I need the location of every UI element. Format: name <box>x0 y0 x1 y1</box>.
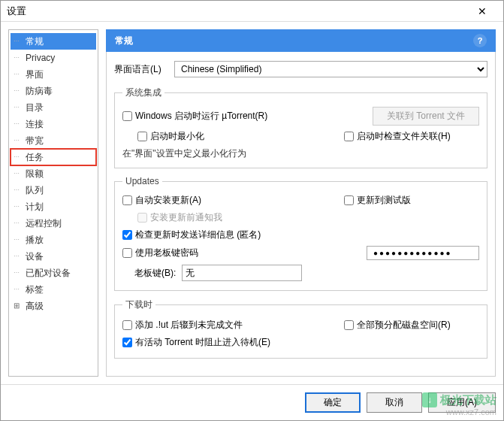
system-integration-group: 系统集成 Windows 启动时运行 µTorrent(R) 关联到 Torre… <box>114 86 487 168</box>
updates-group: Updates 自动安装更新(A) 更新到测试版 安装更新前通知 <box>114 176 487 291</box>
window-title: 设置 <box>7 5 467 18</box>
prevent-standby-checkbox[interactable] <box>122 338 132 347</box>
tree-item[interactable]: 任务 <box>11 149 96 165</box>
auto-update-label: 自动安装更新(A) <box>135 194 201 207</box>
start-minimized-label: 启动时最小化 <box>150 130 204 143</box>
associate-torrent-button: 关联到 Torrent 文件 <box>373 107 479 126</box>
beta-checkbox[interactable] <box>344 195 354 205</box>
group-legend: 系统集成 <box>122 86 164 99</box>
boss-key-label: 老板键(B): <box>134 267 176 280</box>
prealloc-label: 全部预分配磁盘空间(R) <box>357 319 451 332</box>
tree-item[interactable]: 计划 <box>11 198 96 215</box>
help-icon[interactable]: ? <box>473 34 487 47</box>
append-ut-checkbox[interactable] <box>122 320 132 330</box>
tree-item[interactable]: 带宽 <box>11 132 96 149</box>
check-assoc-label: 启动时检查文件关联(H) <box>357 130 451 143</box>
close-icon[interactable]: ✕ <box>467 1 497 22</box>
language-label: 界面语言(L) <box>114 63 167 76</box>
panel-header: 常规 ? <box>106 29 496 52</box>
titlebar: 设置 ✕ <box>1 1 503 22</box>
tree-item[interactable]: 限额 <box>11 165 96 182</box>
tree-item[interactable]: 防病毒 <box>11 83 96 99</box>
tree-item[interactable]: 队列 <box>11 182 96 198</box>
append-ut-label: 添加 .!ut 后辍到未完成文件 <box>135 319 243 332</box>
tree-item[interactable]: 高级 <box>11 298 96 314</box>
startup-checkbox[interactable] <box>122 111 132 121</box>
tree-item[interactable]: 连接 <box>11 116 96 132</box>
tree-item[interactable]: 远程控制 <box>11 215 96 232</box>
tree-item[interactable]: Privacy <box>11 50 96 66</box>
boss-pwd-label: 使用老板键密码 <box>135 247 198 259</box>
beta-label: 更新到测试版 <box>357 194 411 207</box>
tree-item[interactable]: 设备 <box>11 248 96 265</box>
ok-button[interactable]: 确定 <box>305 392 361 413</box>
tree-item[interactable]: 标签 <box>11 281 96 298</box>
send-anon-label: 检查更新时发送详细信息 (匿名) <box>135 229 261 241</box>
notify-update-checkbox <box>137 213 147 223</box>
check-assoc-checkbox[interactable] <box>344 132 354 141</box>
download-group: 下载时 添加 .!ut 后辍到未完成文件 全部预分配磁盘空间(R) <box>114 298 487 359</box>
group-legend: Updates <box>122 176 162 186</box>
auto-update-checkbox[interactable] <box>122 195 132 205</box>
boss-password-field[interactable]: ●●●●●●●●●●●●● <box>367 246 479 260</box>
boss-pwd-checkbox[interactable] <box>122 248 132 258</box>
language-select[interactable]: Chinese (Simplified) <box>174 61 487 77</box>
tree-item[interactable]: 界面 <box>11 66 96 83</box>
notify-update-label: 安装更新前通知我 <box>150 211 222 224</box>
group-legend: 下载时 <box>122 298 155 311</box>
apply-button[interactable]: 应用(A) <box>428 392 496 413</box>
send-anon-checkbox[interactable] <box>122 230 132 240</box>
boss-key-input[interactable] <box>182 265 302 281</box>
dialog-footer: 确定 取消 应用(A) <box>1 384 503 420</box>
start-minimized-checkbox[interactable] <box>137 132 147 141</box>
tree-item[interactable]: 目录 <box>11 99 96 116</box>
panel-title: 常规 <box>115 35 133 47</box>
prealloc-checkbox[interactable] <box>344 320 354 330</box>
startup-label: Windows 启动时运行 µTorrent(R) <box>135 110 267 123</box>
tree-item[interactable]: 常规 <box>11 33 96 50</box>
cancel-button[interactable]: 取消 <box>367 392 422 413</box>
tree-item[interactable]: 已配对设备 <box>11 265 96 281</box>
tree-item[interactable]: 播放 <box>11 232 96 248</box>
minimize-note: 在"界面"设置中定义最小化行为 <box>122 147 479 160</box>
settings-tree: 常规Privacy界面防病毒目录连接带宽任务限额队列计划远程控制播放设备已配对设… <box>8 29 98 377</box>
prevent-standby-label: 有活动 Torrent 时阻止进入待机(E) <box>135 336 270 349</box>
